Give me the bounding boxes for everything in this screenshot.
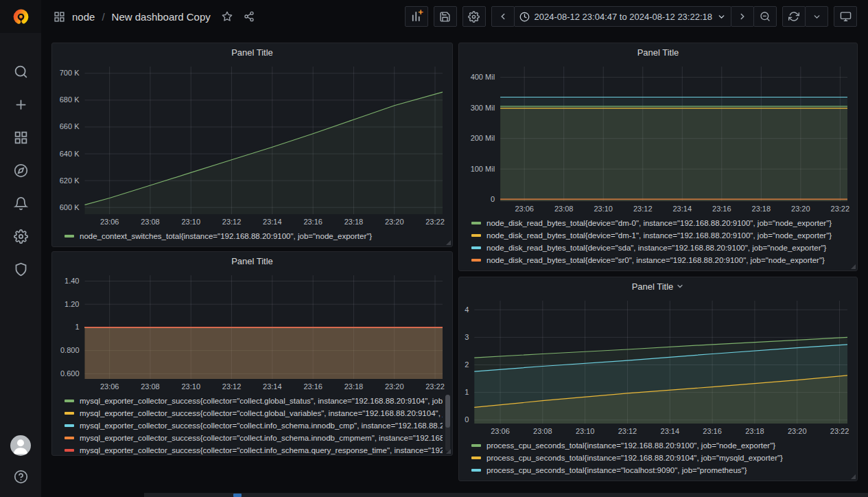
server-admin-shield-icon[interactable] (12, 261, 29, 277)
svg-text:23:12: 23:12 (633, 205, 653, 213)
dashboard-settings-button[interactable] (462, 6, 486, 27)
svg-text:23:12: 23:12 (618, 427, 637, 435)
svg-text:700 K: 700 K (60, 69, 80, 77)
series-color-swatch (471, 444, 481, 447)
time-range-label: 2024-08-12 23:04:47 to 2024-08-12 23:22:… (535, 12, 713, 22)
panel-resize-handle[interactable] (446, 240, 451, 245)
svg-text:23:08: 23:08 (141, 218, 160, 226)
panel-header[interactable]: Panel Title (52, 43, 452, 61)
legend-item[interactable]: node_disk_read_bytes_total{device="dm-0"… (471, 217, 857, 229)
chart-area[interactable]: 23:0623:0823:1023:1223:1423:1623:1823:20… (52, 61, 452, 229)
series-color-swatch (64, 437, 74, 439)
svg-text:23:14: 23:14 (661, 427, 680, 435)
series-color-swatch (471, 246, 481, 249)
panel-title[interactable]: Panel Title (231, 47, 273, 58)
legend-item[interactable]: mysql_exporter_collector_success{collect… (64, 419, 443, 432)
legend-item[interactable]: mysql_exporter_collector_success{collect… (64, 407, 443, 419)
panel-resize-handle[interactable] (851, 264, 856, 269)
configuration-gear-icon[interactable] (12, 228, 29, 244)
svg-text:23:16: 23:16 (703, 427, 722, 435)
panel-resize-handle[interactable] (851, 474, 856, 479)
dashboards-icon[interactable] (12, 129, 29, 146)
legend-item[interactable]: mysql_exporter_collector_success{collect… (64, 395, 443, 407)
svg-text:1.20: 1.20 (64, 300, 79, 308)
legend-item[interactable]: node_disk_read_bytes_total{device="sr0",… (471, 254, 857, 266)
create-plus-icon[interactable] (12, 96, 29, 113)
save-dashboard-button[interactable] (434, 6, 457, 27)
chart-area[interactable]: 23:0623:0823:1023:1223:1423:1623:1823:20… (459, 295, 857, 438)
legend-item[interactable]: node_disk_read_bytes_total{device="dm-1"… (471, 229, 857, 242)
panel-resize-handle[interactable] (446, 449, 451, 454)
share-icon[interactable] (244, 11, 255, 22)
legend-label: node_disk_read_bytes_total{device="sr0",… (486, 256, 825, 264)
cycle-view-mode-button[interactable] (834, 6, 857, 27)
svg-text:23:20: 23:20 (791, 205, 810, 213)
svg-text:2: 2 (465, 360, 469, 369)
help-icon[interactable] (12, 468, 29, 485)
user-avatar[interactable] (10, 435, 31, 456)
refresh-interval-dropdown[interactable] (805, 6, 828, 27)
breadcrumb-dashboard-title[interactable]: New dashboard Copy (112, 11, 211, 23)
svg-text:0.800: 0.800 (60, 346, 80, 354)
series-color-swatch (471, 469, 481, 472)
svg-text:1.40: 1.40 (64, 277, 79, 285)
svg-text:23:20: 23:20 (788, 427, 807, 435)
svg-text:100 Mil: 100 Mil (471, 165, 495, 173)
svg-text:23:06: 23:06 (515, 205, 534, 213)
navbar: node / New dashboard Copy + 2024-08-12 2… (41, 0, 868, 33)
svg-text:0: 0 (491, 195, 495, 203)
breadcrumb-folder[interactable]: node (72, 11, 95, 23)
grafana-logo[interactable] (0, 0, 41, 33)
legend-item[interactable]: process_cpu_seconds_total{instance="192.… (471, 452, 857, 464)
panel-header[interactable]: Panel Title (52, 252, 452, 270)
alerting-bell-icon[interactable] (12, 195, 29, 211)
legend-item[interactable]: node_context_switches_total{instance="19… (64, 230, 452, 242)
legend-item[interactable]: process_cpu_seconds_total{instance="192.… (471, 439, 857, 452)
chart-area[interactable]: 23:0623:0823:1023:1223:1423:1623:1823:20… (52, 270, 452, 393)
refresh-button[interactable] (782, 6, 806, 27)
svg-text:23:08: 23:08 (554, 205, 574, 213)
svg-text:0: 0 (465, 415, 469, 424)
svg-text:23:20: 23:20 (385, 218, 404, 226)
legend-item[interactable]: process_cpu_seconds_total{instance="loca… (471, 464, 857, 476)
legend-label: mysql_exporter_collector_success{collect… (80, 446, 443, 454)
svg-text:23:10: 23:10 (594, 205, 613, 213)
svg-text:23:14: 23:14 (263, 382, 282, 391)
svg-text:23:06: 23:06 (491, 427, 510, 435)
series-color-swatch (64, 235, 74, 238)
bottom-taskbar-edge (144, 493, 868, 497)
scrollbar-thumb[interactable] (445, 395, 450, 428)
time-shift-back-button[interactable] (491, 6, 515, 27)
panel-title[interactable]: Panel Title (632, 281, 674, 292)
star-icon[interactable] (222, 11, 233, 22)
legend-item[interactable]: mysql_exporter_collector_success{collect… (64, 444, 443, 455)
legend-label: mysql_exporter_collector_success{collect… (80, 397, 443, 405)
svg-text:23:18: 23:18 (745, 427, 764, 435)
time-shift-forward-button[interactable] (731, 6, 754, 27)
zoom-out-time-button[interactable] (753, 6, 777, 27)
svg-text:23:22: 23:22 (831, 205, 850, 213)
dashboard-grid-icon (54, 11, 65, 23)
svg-text:23:14: 23:14 (263, 218, 282, 226)
legend-scrollbar[interactable] (445, 395, 450, 451)
dashboard-canvas: Panel Title 23:0623:0823:1023:1223:1423:… (41, 33, 868, 497)
panel-menu-chevron-icon[interactable] (676, 282, 684, 290)
search-icon[interactable] (12, 63, 29, 80)
add-panel-button[interactable]: + (405, 6, 428, 27)
legend-item[interactable]: mysql_exporter_collector_success{collect… (64, 432, 443, 444)
explore-compass-icon[interactable] (12, 162, 29, 178)
panel-header[interactable]: Panel Title (459, 277, 857, 295)
legend-label: process_cpu_seconds_total{instance="loca… (486, 466, 747, 474)
panel-mysql-collector-success: Panel Title 23:0623:0823:1023:1223:1423:… (51, 251, 453, 456)
panel-header[interactable]: Panel Title (459, 43, 857, 61)
panel-title[interactable]: Panel Title (637, 47, 679, 58)
legend-item[interactable]: node_disk_read_bytes_total{device="sda",… (471, 242, 857, 254)
time-range-picker[interactable]: 2024-08-12 23:04:47 to 2024-08-12 23:22:… (514, 6, 732, 27)
svg-text:23:06: 23:06 (100, 218, 119, 226)
series-color-swatch (64, 449, 74, 452)
svg-text:23:16: 23:16 (303, 382, 322, 391)
panel-title[interactable]: Panel Title (231, 256, 273, 266)
legend-label: node_disk_read_bytes_total{device="dm-0"… (486, 219, 832, 227)
svg-text:23:10: 23:10 (181, 218, 200, 226)
chart-area[interactable]: 23:0623:0823:1023:1223:1423:1623:1823:20… (459, 61, 857, 216)
